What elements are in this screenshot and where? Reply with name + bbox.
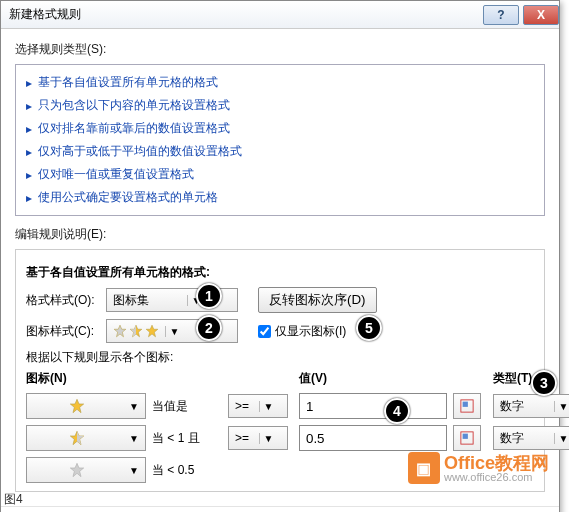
edit-rule-desc-label: 编辑规则说明(E): bbox=[15, 226, 545, 243]
arrow-icon: ▸ bbox=[26, 76, 32, 90]
rule-type-item[interactable]: ▸仅对唯一值或重复值设置格式 bbox=[16, 163, 544, 186]
format-style-row: 格式样式(O): 图标集 ▼ 反转图标次序(D) 1 bbox=[26, 287, 534, 313]
icon-style-row: 图标样式(C): ▼ 仅显示图标(I) 2 5 bbox=[26, 319, 534, 343]
rule-type-item[interactable]: ▸基于各自值设置所有单元格的格式 bbox=[16, 71, 544, 94]
type-value-2: 数字 bbox=[494, 430, 554, 447]
format-style-label: 格式样式(O): bbox=[26, 292, 106, 309]
icon-style-label: 图标样式(C): bbox=[26, 323, 106, 340]
star-empty-icon bbox=[69, 462, 85, 478]
rule-type-text: 基于各自值设置所有单元格的格式 bbox=[38, 74, 218, 91]
op-dropdown-1[interactable]: >=▼ bbox=[228, 394, 288, 418]
help-button[interactable]: ? bbox=[483, 5, 519, 25]
rule-type-text: 仅对排名靠前或靠后的数值设置格式 bbox=[38, 120, 230, 137]
rule-type-text: 仅对高于或低于平均值的数值设置格式 bbox=[38, 143, 242, 160]
svg-marker-0 bbox=[114, 325, 126, 337]
callout-badge-2: 2 bbox=[196, 315, 222, 341]
op-value-2: >= bbox=[229, 431, 259, 445]
arrow-icon: ▸ bbox=[26, 99, 32, 113]
svg-marker-3 bbox=[146, 325, 158, 337]
value-input-1[interactable] bbox=[299, 393, 447, 419]
reverse-order-button[interactable]: 反转图标次序(D) bbox=[258, 287, 377, 313]
op-dropdown-2[interactable]: >=▼ bbox=[228, 426, 288, 450]
cond-text-1: 当值是 bbox=[152, 398, 222, 415]
callout-badge-4: 4 bbox=[384, 398, 410, 424]
rule-type-text: 只为包含以下内容的单元格设置格式 bbox=[38, 97, 230, 114]
select-rule-type-label: 选择规则类型(S): bbox=[15, 41, 545, 58]
show-icon-only-checkbox[interactable]: 仅显示图标(I) bbox=[258, 323, 346, 340]
chevron-down-icon[interactable]: ▼ bbox=[554, 401, 569, 412]
watermark-url: www.office26.com bbox=[444, 472, 549, 483]
chevron-down-icon[interactable]: ▼ bbox=[125, 401, 143, 412]
show-icon-only-input[interactable] bbox=[258, 325, 271, 338]
callout-badge-5: 5 bbox=[356, 315, 382, 341]
arrow-icon: ▸ bbox=[26, 168, 32, 182]
cond-text-3: 当 < 0.5 bbox=[152, 462, 222, 479]
chevron-down-icon[interactable]: ▼ bbox=[259, 401, 277, 412]
icon-select-3[interactable]: ▼ bbox=[26, 457, 146, 483]
icon-select-2[interactable]: ▼ bbox=[26, 425, 146, 451]
close-button[interactable]: X bbox=[523, 5, 559, 25]
callout-badge-3: 3 bbox=[531, 370, 557, 396]
range-icon bbox=[460, 431, 474, 445]
watermark-text: Office教程网 www.office26.com bbox=[444, 454, 549, 483]
dialog-body: 选择规则类型(S): ▸基于各自值设置所有单元格的格式 ▸只为包含以下内容的单元… bbox=[1, 29, 559, 506]
type-dropdown-1[interactable]: 数字▼ bbox=[493, 394, 569, 418]
range-picker-1[interactable] bbox=[453, 393, 481, 419]
rule-type-item[interactable]: ▸仅对高于或低于平均值的数值设置格式 bbox=[16, 140, 544, 163]
range-picker-2[interactable] bbox=[453, 425, 481, 451]
op-value-1: >= bbox=[229, 399, 259, 413]
value-input-2[interactable] bbox=[299, 425, 447, 451]
chevron-down-icon[interactable]: ▼ bbox=[165, 326, 183, 337]
cond-text-2: 当 < 1 且 bbox=[152, 430, 222, 447]
svg-marker-11 bbox=[70, 463, 83, 476]
watermark-logo-icon: ▣ bbox=[408, 452, 440, 484]
watermark-brand: Office教程网 bbox=[444, 454, 549, 472]
rule-type-list: ▸基于各自值设置所有单元格的格式 ▸只为包含以下内容的单元格设置格式 ▸仅对排名… bbox=[15, 64, 545, 216]
watermark: ▣ Office教程网 www.office26.com bbox=[408, 452, 549, 484]
svg-marker-4 bbox=[70, 399, 83, 412]
arrow-icon: ▸ bbox=[26, 122, 32, 136]
icon-style-preview bbox=[107, 324, 165, 338]
rule-type-text: 仅对唯一值或重复值设置格式 bbox=[38, 166, 194, 183]
type-dropdown-2[interactable]: 数字▼ bbox=[493, 426, 569, 450]
figure-caption: 图4 bbox=[0, 487, 27, 512]
rules-caption: 根据以下规则显示各个图标: bbox=[26, 349, 534, 366]
svg-rect-10 bbox=[463, 434, 468, 439]
dialog-footer: 确定 取消 bbox=[1, 506, 559, 512]
col-value-header: 值(V) bbox=[299, 370, 447, 387]
chevron-down-icon[interactable]: ▼ bbox=[554, 433, 569, 444]
star-icon bbox=[145, 324, 159, 338]
format-all-label: 基于各自值设置所有单元格的格式: bbox=[26, 264, 534, 281]
chevron-down-icon[interactable]: ▼ bbox=[125, 465, 143, 476]
rule-type-item[interactable]: ▸使用公式确定要设置格式的单元格 bbox=[16, 186, 544, 209]
icon-select-1[interactable]: ▼ bbox=[26, 393, 146, 419]
rule-type-item[interactable]: ▸仅对排名靠前或靠后的数值设置格式 bbox=[16, 117, 544, 140]
callout-badge-1: 1 bbox=[196, 283, 222, 309]
rule-type-text: 使用公式确定要设置格式的单元格 bbox=[38, 189, 218, 206]
dialog: 新建格式规则 ? X 选择规则类型(S): ▸基于各自值设置所有单元格的格式 ▸… bbox=[0, 0, 560, 512]
titlebar: 新建格式规则 ? X bbox=[1, 1, 559, 29]
star-half-icon bbox=[69, 430, 85, 446]
type-value-1: 数字 bbox=[494, 398, 554, 415]
titlebar-buttons: ? X bbox=[479, 5, 559, 25]
range-icon bbox=[460, 399, 474, 413]
star-icon bbox=[69, 398, 85, 414]
chevron-down-icon[interactable]: ▼ bbox=[259, 433, 277, 444]
col-icon-header: 图标(N) bbox=[26, 370, 146, 387]
rule-type-item[interactable]: ▸只为包含以下内容的单元格设置格式 bbox=[16, 94, 544, 117]
star-icon bbox=[129, 324, 143, 338]
show-icon-only-label: 仅显示图标(I) bbox=[275, 323, 346, 340]
svg-rect-6 bbox=[463, 402, 468, 407]
star-icon bbox=[113, 324, 127, 338]
arrow-icon: ▸ bbox=[26, 145, 32, 159]
format-style-value: 图标集 bbox=[107, 292, 187, 309]
chevron-down-icon[interactable]: ▼ bbox=[125, 433, 143, 444]
arrow-icon: ▸ bbox=[26, 191, 32, 205]
dialog-title: 新建格式规则 bbox=[9, 6, 81, 23]
